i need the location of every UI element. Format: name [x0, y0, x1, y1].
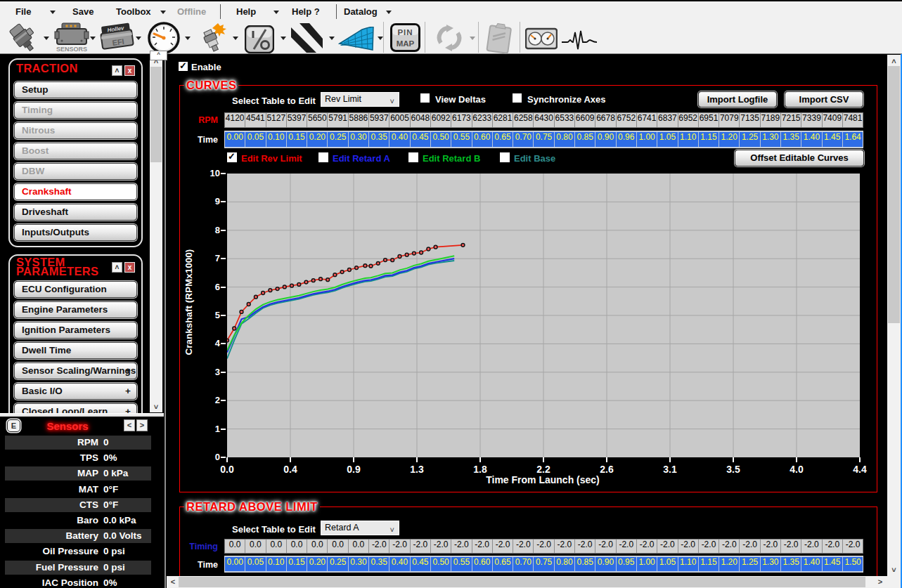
table-cell[interactable]: 0.45 [411, 131, 431, 148]
table-cell[interactable]: -2.0 [678, 540, 699, 553]
chart-marker[interactable] [384, 259, 387, 262]
table-cell[interactable]: 0.05 [245, 556, 266, 572]
vertical-scrollbar[interactable]: ˄ ˅ [887, 55, 901, 576]
chart-marker[interactable] [233, 327, 236, 330]
chart-marker[interactable] [262, 292, 265, 295]
sidebar-button-setup[interactable]: Setup [14, 81, 137, 98]
table-cell[interactable]: 0.0 [225, 540, 245, 553]
chart-marker[interactable] [376, 261, 380, 265]
table-cell[interactable]: -2.0 [761, 540, 781, 553]
menu-item-save[interactable]: Save [72, 6, 94, 17]
chart-marker[interactable] [340, 270, 344, 274]
table-cell[interactable]: 4541 [245, 113, 266, 127]
chart-marker[interactable] [311, 279, 315, 282]
chevron-down-icon[interactable] [185, 37, 191, 40]
table-cell[interactable]: 0.80 [555, 556, 575, 572]
table-cell[interactable]: 0.15 [287, 556, 307, 572]
table-cell[interactable]: 1.10 [678, 131, 699, 148]
table-cell[interactable]: -2.0 [411, 540, 431, 553]
table-cell[interactable]: 4120 [225, 113, 245, 127]
table-cell[interactable]: 1.40 [801, 131, 822, 148]
table-cell[interactable]: 0.10 [266, 556, 287, 572]
table-cell[interactable]: 0.45 [411, 556, 431, 572]
time-value-row[interactable]: 0.000.050.100.150.200.250.300.350.400.45… [224, 131, 863, 148]
sidebar-button-inputs-outputs[interactable]: Inputs/Outputs [14, 224, 137, 241]
toolbar-icon-clipboard[interactable] [483, 22, 516, 57]
table-cell[interactable]: 1.25 [740, 131, 760, 148]
table-cell[interactable]: 5650 [307, 113, 328, 127]
table-cell[interactable]: 5886 [349, 113, 369, 127]
chart-marker[interactable] [247, 303, 250, 306]
table-cell[interactable]: 7339 [801, 113, 822, 127]
table-cell[interactable]: -2.0 [719, 540, 740, 553]
table-cell[interactable]: -2.0 [431, 540, 451, 553]
chevron-down-icon[interactable] [470, 37, 475, 40]
vertical-scrollbar-thumb[interactable] [888, 66, 900, 323]
sidebar-button-sensor-scaling-warnings[interactable]: Sensor Scaling/Warnings+ [14, 362, 137, 379]
table-cell[interactable]: 0.60 [472, 131, 493, 148]
chart-marker[interactable] [276, 287, 279, 291]
chart-marker[interactable] [304, 280, 308, 284]
table-cell[interactable]: 5791 [328, 113, 348, 127]
sidebar-button-engine-parameters[interactable]: Engine Parameters [14, 301, 137, 318]
table-cell[interactable]: 0.0 [307, 540, 328, 553]
table-cell[interactable]: 6005 [389, 113, 410, 127]
table-cell[interactable]: -2.0 [555, 540, 575, 553]
table-cell[interactable]: 6281 [493, 113, 513, 127]
toolbar-icon-io[interactable] [245, 25, 274, 56]
horizontal-scrollbar[interactable]: ˂ ˃ [167, 576, 887, 588]
table-cell[interactable]: -2.0 [801, 540, 822, 553]
horizontal-scrollbar-thumb[interactable] [179, 577, 865, 587]
toolbar-icon-stripes[interactable] [290, 22, 325, 55]
table-cell[interactable]: 0.35 [369, 131, 389, 148]
table-cell[interactable]: -2.0 [843, 540, 863, 553]
traction-close-button[interactable]: x [124, 65, 135, 76]
edit-checkbox-edit-retard-a[interactable] [318, 152, 328, 162]
table-cell[interactable]: 6609 [575, 113, 595, 127]
table-cell[interactable]: 6678 [595, 113, 616, 127]
table-cell[interactable]: 0.40 [389, 556, 410, 572]
sensors-next-button[interactable]: > [136, 419, 148, 431]
table-cell[interactable]: 1.20 [719, 131, 740, 148]
table-cell[interactable]: 6752 [617, 113, 637, 127]
table-cell[interactable]: 1.40 [801, 556, 822, 572]
edit-checkbox-edit-rev-limit[interactable]: ✓ [227, 152, 237, 162]
table-cell[interactable]: -2.0 [781, 540, 801, 553]
table-cell[interactable]: 0.90 [595, 556, 616, 572]
chevron-down-icon[interactable] [378, 37, 383, 40]
table-cell[interactable]: 1.30 [761, 556, 781, 572]
chevron-down-icon[interactable] [281, 37, 286, 40]
table-cell[interactable]: 0.40 [389, 131, 410, 148]
table-cell[interactable]: -2.0 [575, 540, 595, 553]
edit-checkbox-edit-base[interactable] [500, 152, 510, 162]
chart-marker[interactable] [348, 268, 352, 272]
table-cell[interactable]: 0.50 [431, 556, 451, 572]
toolbar-icon-efi-module[interactable]: HolleyEFI [98, 22, 135, 54]
chart-marker[interactable] [269, 289, 272, 292]
table-cell[interactable]: 0.80 [555, 131, 575, 148]
menu-item-datalog[interactable]: Datalog [344, 6, 378, 17]
table-cell[interactable]: 7135 [740, 113, 760, 127]
table-cell[interactable]: 0.55 [451, 556, 472, 572]
table-cell[interactable]: -2.0 [534, 540, 554, 553]
sidebar-button-driveshaft[interactable]: Driveshaft [14, 204, 137, 221]
chevron-down-icon[interactable] [233, 37, 238, 40]
chevron-down-icon[interactable] [44, 37, 49, 40]
table-cell[interactable]: 6092 [431, 113, 451, 127]
chart-marker[interactable] [420, 251, 423, 254]
toolbar-icon-injector[interactable] [4, 22, 41, 57]
table-cell[interactable]: 7481 [843, 113, 863, 127]
table-cell[interactable]: 1.00 [637, 131, 657, 148]
table-cell[interactable]: 1.35 [781, 556, 801, 572]
sidebar-scrollbar-thumb[interactable] [150, 67, 162, 162]
table-cell[interactable]: 0.55 [451, 131, 472, 148]
toolbar-icon-mesh-map[interactable] [338, 27, 376, 55]
table-cell[interactable]: 0.70 [513, 131, 534, 148]
table-cell[interactable]: -2.0 [740, 540, 760, 553]
table-cell[interactable]: -2.0 [493, 540, 513, 553]
chart-marker[interactable] [240, 311, 243, 314]
table-cell[interactable]: -2.0 [823, 540, 843, 553]
table-cell[interactable]: -2.0 [389, 540, 410, 553]
chart-marker[interactable] [227, 339, 228, 342]
enable-checkbox[interactable]: ✓ [179, 62, 188, 71]
